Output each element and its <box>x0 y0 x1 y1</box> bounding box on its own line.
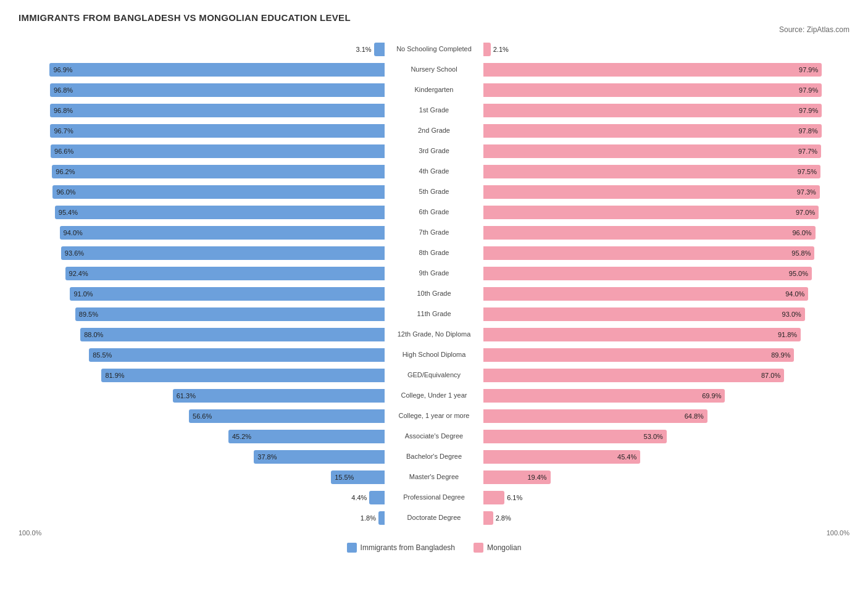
bar-blue: 96.7% <box>50 124 385 138</box>
right-bar-section: 53.0% <box>483 427 849 446</box>
bar-value-right: 97.9% <box>799 86 818 94</box>
bar-value-left: 96.9% <box>53 66 72 73</box>
bar-row: 85.5%High School Diploma89.9% <box>19 346 849 364</box>
bar-value-left: 37.8% <box>257 453 277 461</box>
bar-blue: 85.5% <box>89 348 385 362</box>
left-bar-section: 15.5% <box>19 468 385 487</box>
bar-value-right: 53.0% <box>644 433 663 440</box>
bar-pink: 97.0% <box>483 206 819 219</box>
bar-pink: 97.8% <box>483 124 822 138</box>
right-bar-section: 97.9% <box>483 101 849 120</box>
bar-row: 1.8%Doctorate Degree2.8% <box>19 509 849 527</box>
bar-label: 2nd Grade <box>385 127 483 135</box>
right-bar-section: 93.0% <box>483 305 849 324</box>
bar-value-right: 97.7% <box>798 148 817 155</box>
bar-label: 7th Grade <box>385 228 483 236</box>
bar-value-right: 97.3% <box>797 188 816 196</box>
bar-value-left: 88.0% <box>84 331 103 338</box>
right-bar-section: 45.4% <box>483 448 849 466</box>
bar-row: 15.5%Master's Degree19.4% <box>19 468 849 487</box>
bar-row: 89.5%11th Grade93.0% <box>19 305 849 324</box>
bar-row: 96.8%Kindergarten97.9% <box>19 81 849 99</box>
bar-row: 37.8%Bachelor's Degree45.4% <box>19 448 849 466</box>
left-bar-section: 56.6% <box>19 407 385 425</box>
left-bar-section: 94.0% <box>19 224 385 242</box>
bar-pink <box>483 43 491 56</box>
bar-blue: 96.8% <box>50 83 385 97</box>
bar-blue: 91.0% <box>70 287 385 301</box>
right-bar-section: 64.8% <box>483 407 849 425</box>
bar-value-right: 2.8% <box>496 514 511 522</box>
bar-value-right: 19.4% <box>527 474 546 481</box>
bar-value-left: 96.8% <box>54 107 73 114</box>
bar-pink: 19.4% <box>483 470 551 484</box>
right-bar-section: 2.8% <box>483 509 849 527</box>
bar-pink: 97.9% <box>483 104 822 117</box>
bar-blue: 81.9% <box>101 369 385 382</box>
bar-row: 3.1%No Schooling Completed2.1% <box>19 40 849 59</box>
bar-pink <box>483 491 504 504</box>
bar-blue <box>378 511 385 525</box>
bar-label: 1st Grade <box>385 106 483 114</box>
chart-container: 3.1%No Schooling Completed2.1%96.9%Nurse… <box>19 40 849 553</box>
legend-item-blue: Immigrants from Bangladesh <box>347 543 455 553</box>
legend-box-blue <box>347 543 357 553</box>
bar-value-right: 93.0% <box>782 311 801 318</box>
legend-item-pink: Mongolian <box>474 543 521 553</box>
bar-row: 96.9%Nursery School97.9% <box>19 61 849 79</box>
chart-title: IMMIGRANTS FROM BANGLADESH VS MONGOLIAN … <box>19 12 849 23</box>
right-bar-section: 97.9% <box>483 61 849 79</box>
bar-value-right: 2.1% <box>493 46 509 53</box>
axis-left: 100.0% <box>19 529 385 537</box>
bar-value-right: 97.5% <box>798 168 817 175</box>
bar-blue: 88.0% <box>80 328 385 341</box>
right-bar-section: 97.7% <box>483 142 849 161</box>
bar-label: Master's Degree <box>385 473 483 481</box>
left-bar-section: 45.2% <box>19 427 385 446</box>
bar-value-left: 85.5% <box>93 351 112 359</box>
left-bar-section: 37.8% <box>19 448 385 466</box>
bar-row: 4.4%Professional Degree6.1% <box>19 488 849 507</box>
bar-value-left: 3.1% <box>356 46 372 53</box>
right-bar-section: 19.4% <box>483 468 849 487</box>
bar-value-left: 96.8% <box>54 86 73 94</box>
bar-row: 96.8%1st Grade97.9% <box>19 101 849 120</box>
left-bar-section: 91.0% <box>19 285 385 303</box>
source-label: Source: ZipAtlas.com <box>19 25 849 34</box>
bar-pink: 96.0% <box>483 226 816 240</box>
bar-label: Kindergarten <box>385 86 483 94</box>
bar-blue: 94.0% <box>60 226 385 240</box>
bar-value-right: 95.0% <box>789 270 808 277</box>
left-bar-section: 96.9% <box>19 61 385 79</box>
bar-label: Doctorate Degree <box>385 514 483 522</box>
bar-value-left: 45.2% <box>232 433 251 440</box>
right-bar-section: 97.5% <box>483 162 849 181</box>
bar-pink: 87.0% <box>483 369 784 382</box>
bar-label: Nursery School <box>385 65 483 73</box>
bar-pink: 94.0% <box>483 287 808 301</box>
right-bar-section: 91.8% <box>483 325 849 344</box>
axis-row: 100.0% 100.0% <box>19 529 849 537</box>
legend: Immigrants from Bangladesh Mongolian <box>19 543 849 553</box>
bar-value-left: 56.6% <box>193 412 212 420</box>
bar-value-right: 87.0% <box>761 372 780 379</box>
bar-blue: 96.0% <box>52 185 385 199</box>
bar-value-right: 95.8% <box>791 249 811 257</box>
legend-label-pink: Mongolian <box>487 543 521 552</box>
bar-value-left: 91.0% <box>73 290 93 298</box>
bar-row: 91.0%10th Grade94.0% <box>19 285 849 303</box>
right-bar-section: 97.9% <box>483 81 849 99</box>
bar-label: 4th Grade <box>385 167 483 175</box>
bar-pink: 97.3% <box>483 185 820 199</box>
bar-blue: 92.4% <box>65 267 385 280</box>
bar-pink: 97.9% <box>483 83 822 97</box>
bar-blue: 45.2% <box>228 430 385 443</box>
bar-label: Professional Degree <box>385 493 483 501</box>
right-bar-section: 2.1% <box>483 40 849 59</box>
bar-value-left: 92.4% <box>69 270 88 277</box>
bar-value-left: 81.9% <box>105 372 124 379</box>
bar-blue: 37.8% <box>254 450 385 464</box>
bar-label: Bachelor's Degree <box>385 453 483 461</box>
bar-row: 96.2%4th Grade97.5% <box>19 162 849 181</box>
legend-box-pink <box>474 543 483 553</box>
